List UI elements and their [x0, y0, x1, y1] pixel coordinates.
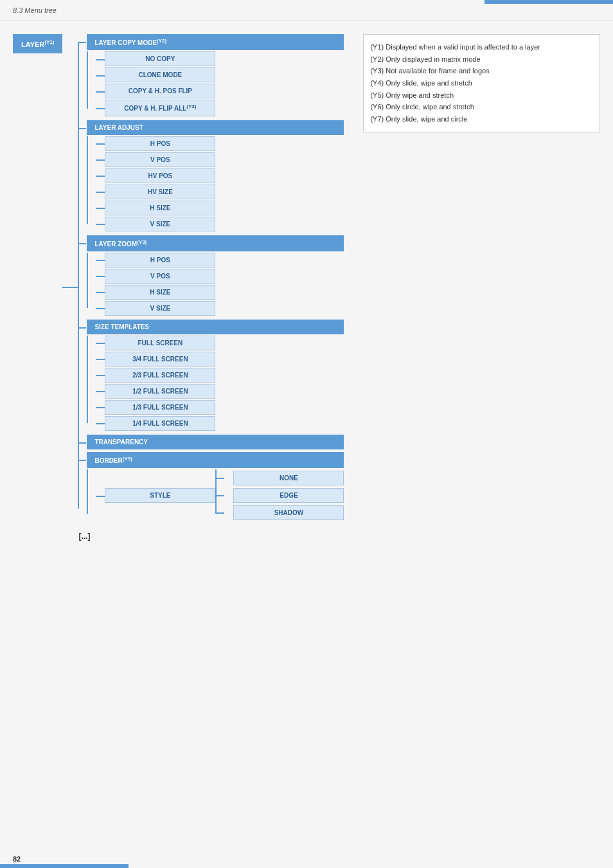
border-header: BORDER(Y3): [87, 452, 344, 468]
transparency-header: TRANSPARENCY: [87, 435, 344, 449]
layer-adjust-header: LAYER ADJUST: [87, 120, 344, 135]
size-templates-header: SIZE TEMPLATES: [87, 320, 344, 334]
sub-item-shadow: SHADOW: [215, 505, 344, 520]
list-item: 1/2 FULL SCREEN: [96, 384, 344, 399]
layer-zoom-items: H POS V POS H SIZE V SIZE: [87, 253, 344, 316]
list-item: 1/4 FULL SCREEN: [96, 416, 344, 431]
list-item: COPY & H. FLIP ALL(Y3): [96, 100, 344, 116]
s5-h-conn: [78, 442, 86, 444]
bottom-accent: [0, 864, 129, 868]
sub-item-edge: EDGE: [215, 488, 344, 503]
note-y1: (Y1) Displayed when a valid input is aff…: [370, 41, 593, 53]
section-size-templates: SIZE TEMPLATES FULL SCREEN 3/4 FULL SCRE…: [78, 320, 344, 432]
section-layer-adjust: LAYER ADJUST H POS V POS HV POS HV SIZE …: [78, 120, 344, 233]
sections-column: LAYER COPY MODE(Y2) NO COPY CLONE MODE C…: [78, 34, 344, 541]
list-item: NO COPY: [96, 51, 344, 66]
list-item: HV POS: [96, 168, 344, 183]
note-y6: (Y6) Only circle, wipe and stretch: [370, 101, 593, 113]
layer-copy-mode-items: NO COPY CLONE MODE COPY & H. POS FLIP CO…: [87, 51, 344, 116]
page-content: LAYER(Y1) LAYER COPY MODE(Y2) NO COPY CL…: [0, 21, 613, 554]
note-y3: (Y3) Not available for frame and logos: [370, 65, 593, 77]
sub-item-none: NONE: [215, 471, 344, 485]
list-item: H SIZE: [96, 285, 344, 300]
s3-h-conn: [78, 243, 86, 244]
section-transparency: TRANSPARENCY: [78, 435, 344, 449]
note-y2: (Y2) Only displayed in matrix mode: [370, 53, 593, 66]
list-item: H SIZE: [96, 201, 344, 215]
layer-copy-mode-header: LAYER COPY MODE(Y2): [87, 34, 344, 50]
list-item-style: STYLE NONE EDGE: [96, 469, 344, 521]
layer-adjust-items: H POS V POS HV POS HV SIZE H SIZE V SIZE: [87, 136, 344, 231]
list-item: FULL SCREEN: [96, 336, 344, 350]
tree-wrapper: LAYER(Y1) LAYER COPY MODE(Y2) NO COPY CL…: [13, 34, 344, 541]
list-item: COPY & H. POS FLIP: [96, 84, 344, 98]
top-accent: [484, 0, 613, 4]
root-node: LAYER(Y1): [13, 34, 62, 53]
s2-h-conn: [78, 128, 86, 129]
section-layer-zoom: LAYER ZOOM(Y3) H POS V POS H SIZE V SIZE: [78, 235, 344, 317]
note-y7: (Y7) Only slide, wipe and circle: [370, 113, 593, 125]
list-item: V POS: [96, 152, 344, 167]
section-layer-copy-mode: LAYER COPY MODE(Y2) NO COPY CLONE MODE C…: [78, 34, 344, 118]
list-item: 1/3 FULL SCREEN: [96, 400, 344, 415]
notes-area: (Y1) Displayed when a valid input is aff…: [363, 34, 600, 132]
s6-h-conn: [78, 460, 86, 461]
list-item: V POS: [96, 269, 344, 284]
header-title: 8.3 Menu tree: [13, 6, 57, 14]
s1-h-conn: [78, 42, 86, 43]
layer-zoom-header: LAYER ZOOM(Y3): [87, 235, 344, 251]
list-item: 3/4 FULL SCREEN: [96, 352, 344, 366]
list-item: H POS: [96, 253, 344, 267]
list-item: 2/3 FULL SCREEN: [96, 368, 344, 383]
border-items: STYLE NONE EDGE: [87, 469, 344, 521]
list-item: CLONE MODE: [96, 68, 344, 82]
root-h-connector: [62, 287, 78, 288]
size-templates-items: FULL SCREEN 3/4 FULL SCREEN 2/3 FULL SCR…: [87, 336, 344, 431]
section-border: BORDER(Y3) STYLE NONE: [78, 452, 344, 523]
list-item: H POS: [96, 136, 344, 151]
list-item: HV SIZE: [96, 185, 344, 199]
s4-h-conn: [78, 327, 86, 329]
page-number: 82: [13, 855, 21, 863]
ellipsis: [...]: [78, 532, 344, 541]
note-y5: (Y5) Only wipe and stretch: [370, 89, 593, 102]
list-item: V SIZE: [96, 217, 344, 231]
note-y4: (Y4) Only slide, wipe and stretch: [370, 77, 593, 89]
list-item: V SIZE: [96, 301, 344, 316]
